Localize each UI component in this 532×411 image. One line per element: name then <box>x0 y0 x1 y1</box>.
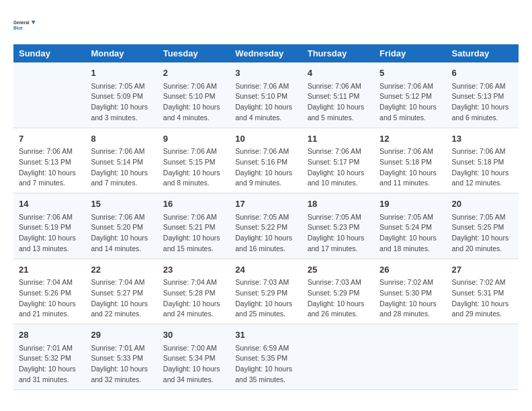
day-number: 13 <box>452 132 513 146</box>
calendar-cell <box>447 324 519 390</box>
day-number: 18 <box>308 197 369 211</box>
day-number: 26 <box>380 263 441 277</box>
header-row: SundayMondayTuesdayWednesdayThursdayFrid… <box>13 44 519 62</box>
day-info: Sunrise: 7:03 AMSunset: 5:29 PMDaylight:… <box>308 277 369 320</box>
calendar-cell: 16Sunrise: 7:06 AMSunset: 5:21 PMDayligh… <box>158 193 230 259</box>
day-info: Sunrise: 7:06 AMSunset: 5:12 PMDaylight:… <box>380 81 441 124</box>
calendar-cell: 4Sunrise: 7:06 AMSunset: 5:11 PMDaylight… <box>302 62 374 128</box>
logo-icon: GeneralBlue <box>13 13 38 38</box>
day-number: 20 <box>452 197 513 211</box>
day-number: 28 <box>19 328 80 342</box>
calendar-cell: 26Sunrise: 7:02 AMSunset: 5:30 PMDayligh… <box>374 259 446 324</box>
day-number: 25 <box>308 263 369 277</box>
calendar-cell: 5Sunrise: 7:06 AMSunset: 5:12 PMDaylight… <box>374 62 446 128</box>
day-number: 3 <box>235 66 296 80</box>
day-info: Sunrise: 7:05 AMSunset: 5:25 PMDaylight:… <box>452 212 513 255</box>
day-info: Sunrise: 7:06 AMSunset: 5:10 PMDaylight:… <box>235 81 296 124</box>
day-number: 23 <box>163 263 224 277</box>
day-info: Sunrise: 7:00 AMSunset: 5:34 PMDaylight:… <box>163 343 224 385</box>
week-row-4: 21Sunrise: 7:04 AMSunset: 5:26 PMDayligh… <box>13 259 519 324</box>
calendar-cell: 25Sunrise: 7:03 AMSunset: 5:29 PMDayligh… <box>302 259 374 324</box>
day-info: Sunrise: 7:06 AMSunset: 5:14 PMDaylight:… <box>91 146 152 189</box>
day-number: 10 <box>235 132 296 146</box>
day-number: 21 <box>19 263 80 277</box>
header-friday: Friday <box>374 44 446 62</box>
day-number: 30 <box>163 328 224 342</box>
calendar-cell: 12Sunrise: 7:06 AMSunset: 5:18 PMDayligh… <box>374 128 446 193</box>
calendar-cell: 2Sunrise: 7:06 AMSunset: 5:10 PMDaylight… <box>158 62 230 128</box>
calendar-cell <box>302 324 374 390</box>
day-number: 4 <box>308 66 369 80</box>
calendar-cell: 7Sunrise: 7:06 AMSunset: 5:13 PMDaylight… <box>13 128 85 193</box>
day-info: Sunrise: 6:59 AMSunset: 5:35 PMDaylight:… <box>235 343 296 385</box>
calendar-cell: 21Sunrise: 7:04 AMSunset: 5:26 PMDayligh… <box>13 259 85 324</box>
day-info: Sunrise: 7:02 AMSunset: 5:31 PMDaylight:… <box>452 277 513 320</box>
day-info: Sunrise: 7:06 AMSunset: 5:16 PMDaylight:… <box>235 146 296 189</box>
day-number: 24 <box>235 263 296 277</box>
calendar-cell <box>374 324 446 390</box>
header-wednesday: Wednesday <box>230 44 302 62</box>
calendar-cell <box>13 62 85 128</box>
calendar-cell: 20Sunrise: 7:05 AMSunset: 5:25 PMDayligh… <box>447 193 519 259</box>
day-info: Sunrise: 7:06 AMSunset: 5:17 PMDaylight:… <box>308 146 369 189</box>
calendar-cell: 6Sunrise: 7:06 AMSunset: 5:13 PMDaylight… <box>447 62 519 128</box>
calendar-cell: 31Sunrise: 6:59 AMSunset: 5:35 PMDayligh… <box>230 324 302 390</box>
day-number: 5 <box>380 66 441 80</box>
calendar-table: SundayMondayTuesdayWednesdayThursdayFrid… <box>13 44 519 390</box>
calendar-cell: 15Sunrise: 7:06 AMSunset: 5:20 PMDayligh… <box>85 193 157 259</box>
day-info: Sunrise: 7:02 AMSunset: 5:30 PMDaylight:… <box>380 277 441 320</box>
day-info: Sunrise: 7:01 AMSunset: 5:32 PMDaylight:… <box>19 343 80 385</box>
day-number: 31 <box>235 328 296 342</box>
header-tuesday: Tuesday <box>158 44 230 62</box>
page-header: GeneralBlue <box>13 13 519 38</box>
day-number: 15 <box>91 197 152 211</box>
day-info: Sunrise: 7:06 AMSunset: 5:13 PMDaylight:… <box>452 81 513 124</box>
day-info: Sunrise: 7:05 AMSunset: 5:23 PMDaylight:… <box>308 212 369 255</box>
day-info: Sunrise: 7:06 AMSunset: 5:21 PMDaylight:… <box>163 212 224 255</box>
day-number: 8 <box>91 132 152 146</box>
svg-text:General: General <box>13 20 30 25</box>
calendar-cell: 17Sunrise: 7:05 AMSunset: 5:22 PMDayligh… <box>230 193 302 259</box>
day-info: Sunrise: 7:04 AMSunset: 5:27 PMDaylight:… <box>91 277 152 320</box>
calendar-cell: 1Sunrise: 7:05 AMSunset: 5:09 PMDaylight… <box>85 62 157 128</box>
week-row-5: 28Sunrise: 7:01 AMSunset: 5:32 PMDayligh… <box>13 324 519 390</box>
day-info: Sunrise: 7:06 AMSunset: 5:15 PMDaylight:… <box>163 146 224 189</box>
day-number: 9 <box>163 132 224 146</box>
day-number: 1 <box>91 66 152 80</box>
day-number: 11 <box>308 132 369 146</box>
svg-text:Blue: Blue <box>13 26 23 30</box>
calendar-cell: 11Sunrise: 7:06 AMSunset: 5:17 PMDayligh… <box>302 128 374 193</box>
day-number: 12 <box>380 132 441 146</box>
day-number: 6 <box>452 66 513 80</box>
header-thursday: Thursday <box>302 44 374 62</box>
day-info: Sunrise: 7:06 AMSunset: 5:18 PMDaylight:… <box>380 146 441 189</box>
day-info: Sunrise: 7:05 AMSunset: 5:24 PMDaylight:… <box>380 212 441 255</box>
header-sunday: Sunday <box>13 44 85 62</box>
calendar-cell: 23Sunrise: 7:04 AMSunset: 5:28 PMDayligh… <box>158 259 230 324</box>
calendar-cell: 22Sunrise: 7:04 AMSunset: 5:27 PMDayligh… <box>85 259 157 324</box>
day-number: 19 <box>380 197 441 211</box>
calendar-cell: 28Sunrise: 7:01 AMSunset: 5:32 PMDayligh… <box>13 324 85 390</box>
calendar-cell: 24Sunrise: 7:03 AMSunset: 5:29 PMDayligh… <box>230 259 302 324</box>
day-number: 17 <box>235 197 296 211</box>
calendar-cell: 13Sunrise: 7:06 AMSunset: 5:18 PMDayligh… <box>447 128 519 193</box>
week-row-1: 1Sunrise: 7:05 AMSunset: 5:09 PMDaylight… <box>13 62 519 128</box>
day-info: Sunrise: 7:06 AMSunset: 5:13 PMDaylight:… <box>19 146 80 189</box>
day-number: 16 <box>163 197 224 211</box>
day-number: 29 <box>91 328 152 342</box>
day-number: 22 <box>91 263 152 277</box>
day-number: 14 <box>19 197 80 211</box>
day-info: Sunrise: 7:05 AMSunset: 5:09 PMDaylight:… <box>91 81 152 124</box>
svg-marker-2 <box>32 21 35 24</box>
calendar-cell: 18Sunrise: 7:05 AMSunset: 5:23 PMDayligh… <box>302 193 374 259</box>
day-number: 7 <box>19 132 80 146</box>
calendar-cell: 29Sunrise: 7:01 AMSunset: 5:33 PMDayligh… <box>85 324 157 390</box>
calendar-cell: 19Sunrise: 7:05 AMSunset: 5:24 PMDayligh… <box>374 193 446 259</box>
calendar-cell: 27Sunrise: 7:02 AMSunset: 5:31 PMDayligh… <box>447 259 519 324</box>
day-info: Sunrise: 7:01 AMSunset: 5:33 PMDaylight:… <box>91 343 152 385</box>
calendar-cell: 9Sunrise: 7:06 AMSunset: 5:15 PMDaylight… <box>158 128 230 193</box>
day-info: Sunrise: 7:03 AMSunset: 5:29 PMDaylight:… <box>235 277 296 320</box>
calendar-cell: 30Sunrise: 7:00 AMSunset: 5:34 PMDayligh… <box>158 324 230 390</box>
day-info: Sunrise: 7:04 AMSunset: 5:28 PMDaylight:… <box>163 277 224 320</box>
calendar-cell: 10Sunrise: 7:06 AMSunset: 5:16 PMDayligh… <box>230 128 302 193</box>
